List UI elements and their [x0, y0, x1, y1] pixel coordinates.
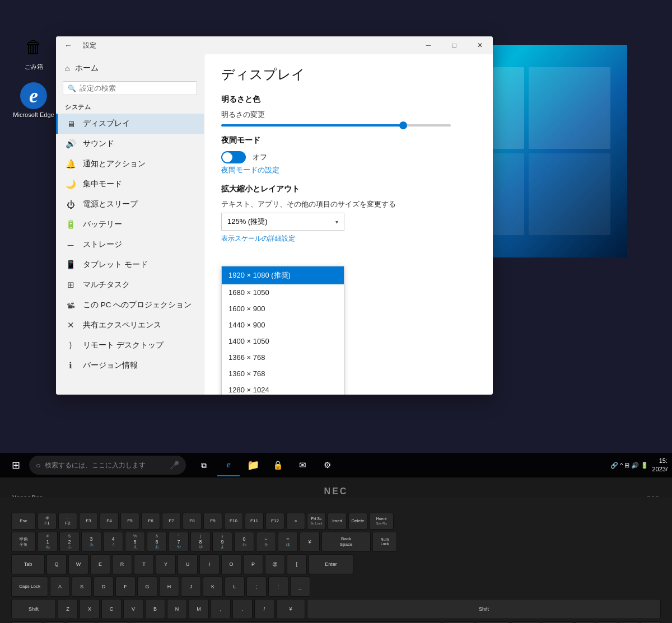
key-a[interactable]: A [50, 577, 70, 597]
key-1[interactable]: #1ぬ [38, 532, 58, 552]
back-button[interactable]: ← [60, 38, 76, 53]
sidebar-item-projection[interactable]: 📽 この PC へのプロジェクション [56, 295, 204, 315]
key-g[interactable]: G [137, 577, 157, 597]
key-3[interactable]: 3あ [81, 532, 101, 552]
night-mode-toggle[interactable] [221, 151, 246, 163]
key-esc[interactable]: Esc [11, 513, 36, 530]
key-hankaku[interactable]: 半角全角 [11, 532, 36, 552]
key-c[interactable]: C [101, 599, 122, 619]
taskbar-mail[interactable]: ✉ [291, 454, 314, 476]
sidebar-item-about[interactable]: ℹ バージョン情報 [56, 355, 204, 376]
resolution-option-1[interactable]: 1680 × 1050 [222, 284, 344, 301]
start-button[interactable]: ⊞ [4, 454, 27, 476]
key-f7[interactable]: F7 [162, 513, 181, 530]
resolution-option-7[interactable]: 1280 × 1024 [222, 382, 344, 395]
key-f6[interactable]: F6 [141, 513, 160, 530]
sidebar-item-focus[interactable]: 🌙 集中モード [56, 174, 204, 194]
key-m[interactable]: M [189, 599, 209, 619]
key-f5[interactable]: F5 [120, 513, 139, 530]
key-f12[interactable]: F12 [265, 513, 284, 530]
key-n[interactable]: N [167, 599, 187, 619]
key-r[interactable]: R [112, 554, 132, 574]
brightness-thumb[interactable] [399, 121, 407, 129]
key-minus[interactable]: −を [256, 532, 276, 552]
sidebar-search-box[interactable]: 🔍 [63, 81, 197, 95]
key-x[interactable]: × [286, 513, 305, 530]
key-l[interactable]: L [225, 577, 245, 597]
key-underscore[interactable]: _ [290, 577, 310, 597]
key-f1[interactable]: 半F1 [38, 513, 57, 530]
key-f8[interactable]: F8 [183, 513, 202, 530]
key-6[interactable]: &6お [147, 532, 167, 552]
scale-dropdown-button[interactable]: 125% (推奨) ▾ [221, 213, 344, 231]
key-5[interactable]: %5え [125, 532, 145, 552]
sidebar-home[interactable]: ⌂ ホーム [56, 59, 204, 78]
key-o[interactable]: O [221, 554, 241, 574]
key-f3[interactable]: F3 [79, 513, 98, 530]
key-z[interactable]: Z [58, 599, 78, 619]
key-f10[interactable]: F10 [224, 513, 243, 530]
sidebar-item-sound[interactable]: 🔊 サウンド [56, 134, 204, 154]
key-shift-left[interactable]: Shift [11, 599, 56, 619]
taskbar-search[interactable]: ○ 検索するには、ここに入力します 🎤 [29, 456, 186, 475]
key-x[interactable]: X [80, 599, 100, 619]
key-s[interactable]: S [72, 577, 92, 597]
key-shift-right[interactable]: Shift [307, 599, 661, 619]
resolution-option-3[interactable]: 1440 × 900 [222, 317, 344, 333]
key-backspace[interactable]: BackSpace [321, 532, 371, 552]
minimize-button[interactable]: ─ [416, 36, 441, 54]
sidebar-item-display[interactable]: 🖥 ディスプレイ [56, 114, 204, 134]
key-prtsc[interactable]: Prt ScSc Lock [307, 513, 326, 530]
taskbar-task-view[interactable]: ⧉ [193, 454, 215, 476]
key-home[interactable]: HomeSys Rq [369, 513, 394, 530]
taskbar-lock[interactable]: 🔒 [267, 454, 289, 476]
taskbar-edge[interactable]: e [217, 454, 240, 476]
key-yen[interactable]: ¥ [300, 532, 320, 552]
key-semicolon[interactable]: ; [246, 577, 267, 597]
key-p[interactable]: P [243, 554, 263, 574]
key-9[interactable]: )9よ [212, 532, 232, 552]
key-7[interactable]: '7や [169, 532, 189, 552]
resolution-option-2[interactable]: 1600 × 900 [222, 301, 344, 317]
key-0[interactable]: 0わ [234, 532, 254, 552]
key-2[interactable]: $2ふ [59, 532, 80, 552]
key-j[interactable]: J [181, 577, 201, 597]
scale-detail-link[interactable]: 表示スケールの詳細設定 [221, 234, 476, 243]
sidebar-item-power[interactable]: ⏻ 電源とスリープ [56, 194, 204, 214]
key-e[interactable]: E [90, 554, 110, 574]
key-i[interactable]: I [199, 554, 220, 574]
resolution-option-5[interactable]: 1366 × 768 [222, 349, 344, 366]
key-v[interactable]: V [123, 599, 143, 619]
key-w[interactable]: W [68, 554, 88, 574]
sidebar-item-multitask[interactable]: ⊞ マルチタスク [56, 275, 204, 295]
sidebar-item-notifications[interactable]: 🔔 通知とアクション [56, 154, 204, 174]
restore-button[interactable]: □ [441, 36, 467, 54]
key-d[interactable]: D [94, 577, 114, 597]
sidebar-item-tablet[interactable]: 📱 タブレット モード [56, 255, 204, 275]
key-slash[interactable]: / [254, 599, 274, 619]
resolution-option-4[interactable]: 1400 × 1050 [222, 333, 344, 349]
key-u[interactable]: U [178, 554, 198, 574]
edge-icon[interactable]: e Microsoft Edge [11, 82, 56, 118]
key-f9[interactable]: F9 [203, 513, 222, 530]
key-tab[interactable]: Tab [11, 554, 45, 574]
resolution-option-6[interactable]: 1360 × 768 [222, 366, 344, 382]
sidebar-item-shared[interactable]: ✕ 共有エクスペリエンス [56, 315, 204, 335]
taskbar-explorer[interactable]: 📁 [242, 454, 264, 476]
key-f2[interactable]: ←F2 [58, 513, 77, 530]
key-f4[interactable]: F4 [100, 513, 119, 530]
sidebar-search-input[interactable] [80, 84, 192, 92]
key-bracket-l[interactable]: [ [287, 554, 307, 574]
key-b[interactable]: B [145, 599, 165, 619]
sidebar-item-storage[interactable]: ─ ストレージ [56, 235, 204, 255]
sidebar-item-remote[interactable]: ⟩ リモート デスクトップ [56, 335, 204, 355]
resolution-option-0[interactable]: 1920 × 1080 (推奨) [222, 266, 344, 284]
key-period[interactable]: . [232, 599, 253, 619]
key-k[interactable]: K [203, 577, 223, 597]
key-delete[interactable]: Delete [348, 513, 367, 530]
key-q[interactable]: Q [46, 554, 67, 574]
key-f11[interactable]: F11 [245, 513, 264, 530]
key-caps[interactable]: Caps Lock [11, 577, 48, 597]
key-equals[interactable]: =ほ [278, 532, 298, 552]
recycle-bin-icon[interactable]: 🗑 ごみ箱 [11, 34, 56, 71]
